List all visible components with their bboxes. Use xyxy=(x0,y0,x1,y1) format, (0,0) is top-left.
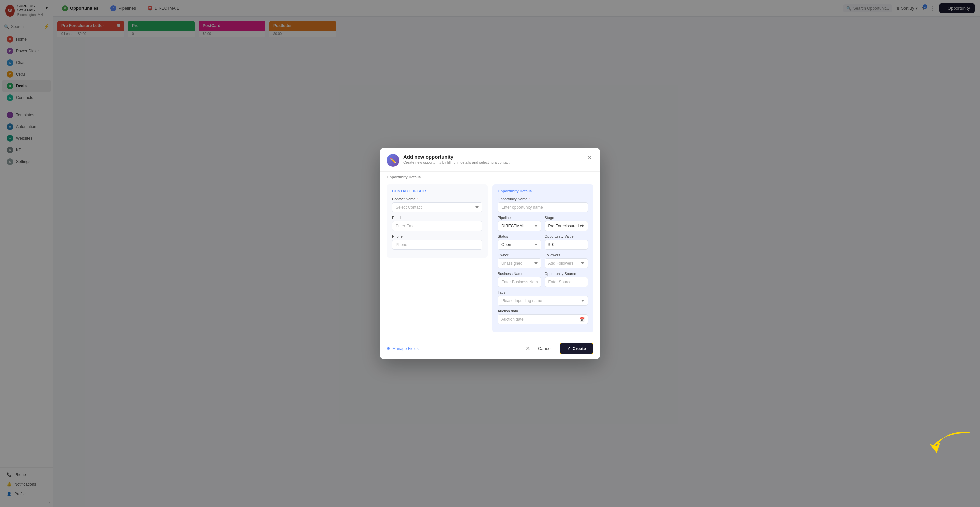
phone-label: Phone xyxy=(392,234,482,238)
phone-input[interactable] xyxy=(392,240,482,250)
required-indicator: * xyxy=(416,197,418,201)
modal-section-label: Opportunity Details xyxy=(380,172,490,179)
contact-select-wrapper: Select Contact xyxy=(392,202,482,212)
email-field: Email xyxy=(392,216,482,231)
modal-header: ✏️ Add new opportunity Create new opport… xyxy=(380,148,490,172)
modal-title: Add new opportunity xyxy=(403,154,490,160)
contact-name-field: Contact Name * Select Contact xyxy=(392,197,482,212)
email-label: Email xyxy=(392,216,482,220)
modal-subtitle: Create new opportunity by filling in det… xyxy=(403,161,490,164)
contact-name-label: Contact Name * xyxy=(392,197,482,201)
phone-field: Phone xyxy=(392,234,482,250)
modal-body: Contact Details Contact Name * Select Co… xyxy=(380,179,490,253)
contact-name-select[interactable]: Select Contact xyxy=(392,202,482,212)
contact-section-label: Contact Details xyxy=(392,189,482,193)
modal-overlay[interactable]: ✏️ Add new opportunity Create new opport… xyxy=(0,0,490,253)
contact-details-section: Contact Details Contact Name * Select Co… xyxy=(387,184,488,253)
modal-icon: ✏️ xyxy=(387,154,399,167)
email-input[interactable] xyxy=(392,221,482,231)
modal-title-group: Add new opportunity Create new opportuni… xyxy=(403,154,490,164)
add-opportunity-modal: ✏️ Add new opportunity Create new opport… xyxy=(380,148,490,253)
